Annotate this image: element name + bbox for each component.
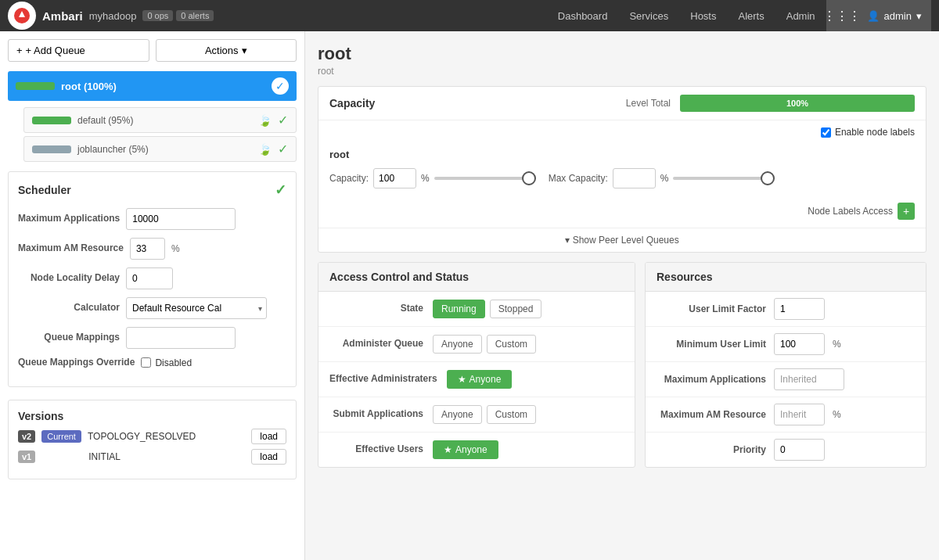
running-button[interactable]: Running xyxy=(433,300,485,318)
alerts-badge: 0 alerts xyxy=(176,10,214,21)
capacity-slider[interactable] xyxy=(434,177,536,180)
app-name: Ambari xyxy=(42,9,83,23)
capacity-body: root Capacity: % Max Capacity: % xyxy=(318,138,926,199)
star-icon2: ★ xyxy=(444,444,452,455)
v2-load-button[interactable]: load xyxy=(251,429,286,444)
stopped-button[interactable]: Stopped xyxy=(490,300,542,318)
queue-mappings-label: Queue Mappings xyxy=(18,332,120,344)
node-labels-add-button[interactable]: + xyxy=(898,203,915,220)
max-capacity-label: Max Capacity: xyxy=(549,173,608,184)
administer-anyone-button[interactable]: Anyone xyxy=(433,335,482,354)
submit-anyone-button[interactable]: Anyone xyxy=(433,405,482,424)
resources-panel: Resources User Limit Factor Minimum User… xyxy=(645,262,926,468)
max-am-resource-input[interactable] xyxy=(130,238,165,260)
v2-name: TOPOLOGY_RESOLVED xyxy=(88,431,245,442)
resources-max-applications-label: Maximum Applications xyxy=(657,374,766,385)
resources-panel-title: Resources xyxy=(646,263,926,292)
app-logo xyxy=(8,2,36,30)
min-user-limit-input[interactable] xyxy=(774,333,825,355)
queue-children: default (95%) 🍃 ✓ joblauncher (5%) 🍃 ✓ xyxy=(8,107,297,162)
version-row-v2: v2 Current TOPOLOGY_RESOLVED load xyxy=(18,429,286,444)
grid-menu-button[interactable]: ⋮⋮⋮ xyxy=(826,0,858,31)
max-capacity-slider[interactable] xyxy=(673,177,775,180)
show-peer-queues[interactable]: ▾ Show Peer Level Queues xyxy=(318,228,926,252)
enable-node-labels-checkbox[interactable] xyxy=(821,127,831,138)
effective-admin-label: Effective Administraters xyxy=(329,373,437,386)
calculator-select-wrap: Default Resource Cal ▾ xyxy=(126,297,267,319)
effective-users-anyone-button[interactable]: ★ Anyone xyxy=(433,440,498,459)
ops-badge: 0 ops xyxy=(142,10,173,21)
actions-button[interactable]: Actions ▾ xyxy=(156,39,297,62)
max-capacity-input[interactable] xyxy=(613,168,656,188)
nav-dashboard[interactable]: Dashboard xyxy=(547,0,619,31)
effective-admin-anyone-button[interactable]: ★ Anyone xyxy=(447,370,513,389)
user-menu[interactable]: 👤 admin ▾ xyxy=(858,0,931,31)
joblauncher-check: ✓ xyxy=(278,142,288,156)
priority-input[interactable] xyxy=(774,439,825,461)
administer-label: Administer Queue xyxy=(329,338,423,350)
node-labels-access-label: Node Labels Access xyxy=(808,206,893,217)
max-am-resource-row: Maximum AM Resource % xyxy=(18,238,286,260)
node-locality-input[interactable] xyxy=(126,267,173,289)
nav-alerts[interactable]: Alerts xyxy=(727,0,775,31)
state-row: State Running Stopped xyxy=(318,292,635,327)
page-layout: + + Add Queue Actions ▾ root (100%) ✓ de… xyxy=(0,31,939,560)
star-icon: ★ xyxy=(458,374,466,385)
resources-max-am-label: Maximum AM Resource xyxy=(657,409,766,420)
capacity-label: Capacity: xyxy=(329,173,369,184)
min-user-limit-label: Minimum User Limit xyxy=(657,339,766,350)
user-name: admin xyxy=(884,10,912,22)
queue-mappings-row: Queue Mappings xyxy=(18,327,286,349)
max-applications-input[interactable] xyxy=(126,208,236,230)
user-icon: 👤 xyxy=(867,10,880,22)
max-applications-label: Maximum Applications xyxy=(18,213,120,225)
resources-max-am-unit: % xyxy=(833,409,841,420)
queue-mappings-override-checkbox-label[interactable]: Disabled xyxy=(141,357,192,368)
versions-title: Versions xyxy=(18,410,286,422)
user-limit-factor-input[interactable] xyxy=(774,298,825,320)
nav-hosts[interactable]: Hosts xyxy=(679,0,727,31)
node-labels-access-row: Node Labels Access + xyxy=(318,199,926,228)
access-panel-title: Access Control and Status xyxy=(318,263,635,292)
joblauncher-leaf-icon: 🍃 xyxy=(258,143,272,156)
nav-admin[interactable]: Admin xyxy=(775,0,826,31)
queue-root[interactable]: root (100%) ✓ xyxy=(8,71,297,101)
nav-links: Dashboard Services Hosts Alerts Admin xyxy=(547,0,826,31)
add-queue-button[interactable]: + + Add Queue xyxy=(8,39,149,62)
nav-services[interactable]: Services xyxy=(618,0,679,31)
v1-load-button[interactable]: load xyxy=(251,449,286,465)
queue-joblauncher[interactable]: joblauncher (5%) 🍃 ✓ xyxy=(23,136,297,162)
v2-current-badge: Current xyxy=(41,430,81,443)
queue-default[interactable]: default (95%) 🍃 ✓ xyxy=(23,107,297,133)
resources-max-am-row: Maximum AM Resource % xyxy=(646,397,926,433)
resources-max-applications-input[interactable] xyxy=(774,368,844,390)
submit-custom-button[interactable]: Custom xyxy=(487,405,536,424)
joblauncher-label: joblauncher (5%) xyxy=(77,144,252,155)
max-capacity-field: Max Capacity: % xyxy=(549,168,775,188)
administer-custom-button[interactable]: Custom xyxy=(487,335,536,354)
calculator-row: Calculator Default Resource Cal ▾ xyxy=(18,297,286,319)
user-caret: ▾ xyxy=(916,10,922,22)
level-total-bar-fill: 100% xyxy=(680,95,915,112)
default-bar xyxy=(32,117,71,124)
priority-row: Priority xyxy=(646,433,926,467)
main-content: root root Capacity Level Total 100% Enab… xyxy=(305,31,939,560)
submit-apps-row: Submit Applications Anyone Custom xyxy=(318,397,635,433)
capacity-header: Capacity Level Total 100% xyxy=(318,87,926,120)
page-title: root xyxy=(318,44,926,64)
queue-mappings-input[interactable] xyxy=(126,327,236,349)
enable-node-labels-label[interactable]: Enable node labels xyxy=(821,127,915,138)
queue-mappings-override-checkbox[interactable] xyxy=(141,357,151,368)
effective-users-row: Effective Users ★ Anyone xyxy=(318,433,635,467)
calculator-select[interactable]: Default Resource Cal xyxy=(126,297,267,319)
submit-apps-label: Submit Applications xyxy=(329,408,423,421)
default-leaf-icon: 🍃 xyxy=(258,114,272,127)
capacity-input[interactable] xyxy=(373,168,416,188)
resources-max-applications-row: Maximum Applications xyxy=(646,362,926,397)
root-check-icon: ✓ xyxy=(272,77,289,95)
resources-max-am-input[interactable] xyxy=(774,404,825,425)
plus-icon: + xyxy=(16,45,23,56)
user-limit-factor-label: User Limit Factor xyxy=(657,303,766,314)
actions-caret: ▾ xyxy=(242,45,247,56)
effective-admin-row: Effective Administraters ★ Anyone xyxy=(318,362,635,397)
